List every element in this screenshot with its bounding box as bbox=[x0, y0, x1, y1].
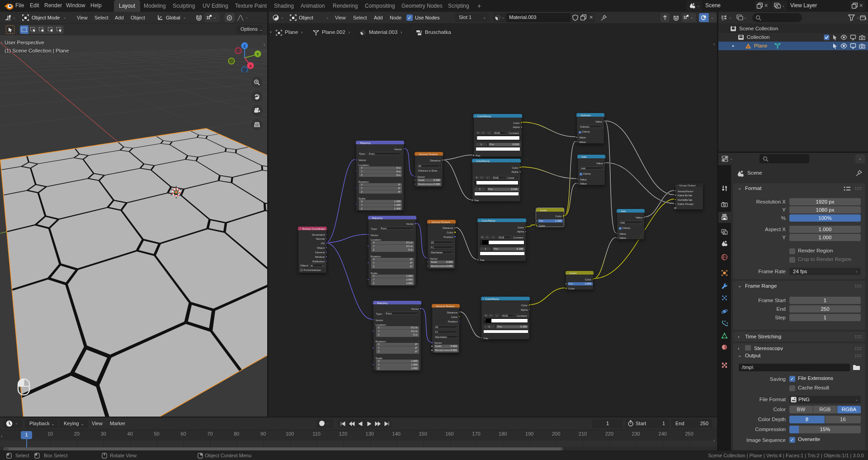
svg-text:X: X bbox=[249, 64, 252, 68]
svg-text:Z: Z bbox=[243, 44, 245, 48]
svg-text:Y: Y bbox=[256, 52, 259, 57]
